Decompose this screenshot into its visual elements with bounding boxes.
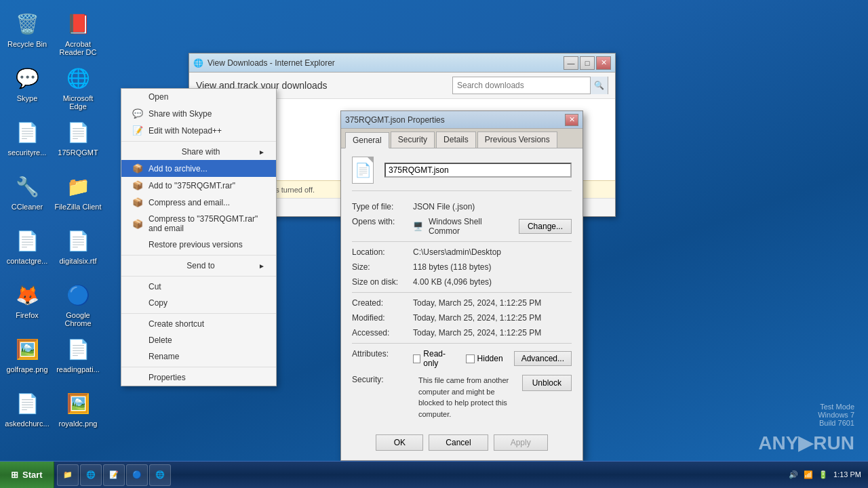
- readonly-checkbox[interactable]: [413, 354, 420, 363]
- desktop-icon-readingpati[interactable]: 📄 readingpati...: [54, 336, 102, 390]
- desktop-icon-label: Microsoft Edge: [54, 94, 102, 110]
- ie-icon: 🌐: [193, 58, 203, 68]
- taskbar-notepad[interactable]: 📝: [103, 464, 125, 486]
- desktop-icons: 🗑️ Recycle Bin 📕 Acrobat Reader DC 💬 Sky…: [0, 7, 108, 447]
- ctx-share-with[interactable]: Share with ►: [121, 144, 276, 160]
- filename-input[interactable]: [384, 163, 572, 178]
- clock-time: 1:13 PM: [833, 470, 861, 480]
- ctx-add-rar[interactable]: 📦 Add to "375RQGMT.rar": [121, 177, 276, 194]
- desktop-icon-filezilla[interactable]: 📁 FileZilla Client: [54, 173, 102, 227]
- taskbar-items: 📁 🌐 📝 🔵 🌐: [54, 462, 782, 488]
- explorer-icon: 📁: [63, 470, 73, 479]
- unblock-button[interactable]: Unblock: [522, 375, 572, 391]
- desktop-icon-security[interactable]: 📄 securityre...: [3, 119, 51, 173]
- taskbar-edge[interactable]: 🌐: [149, 464, 171, 486]
- network-icon[interactable]: 📶: [804, 470, 813, 479]
- ie-maximize-button[interactable]: □: [580, 56, 595, 70]
- json-icon: 📄: [355, 162, 372, 178]
- desktop-icon-firefox[interactable]: 🦊 Firefox: [3, 281, 51, 336]
- prop-attributes-row: Attributes: Read-only Hidden Advanced...: [352, 349, 572, 368]
- acrobat-icon: 📕: [64, 10, 92, 37]
- submenu-arrow-2: ►: [258, 262, 265, 270]
- ctx-edit-notepad[interactable]: 📝 Edit with Notepad++: [121, 122, 276, 139]
- start-button[interactable]: ⊞ Start: [0, 462, 54, 489]
- ie-titlebar: 🌐 View Downloads - Internet Explorer — □…: [189, 54, 615, 73]
- ctx-restore-prev[interactable]: Restore previous versions: [121, 237, 276, 253]
- size-label: Size:: [352, 262, 413, 272]
- search-input[interactable]: [453, 81, 590, 90]
- security-file-icon: 📄: [14, 119, 41, 146]
- desktop-icon-royaldc[interactable]: 🖼️ royaldc.png: [54, 390, 102, 444]
- png-file-icon: 🖼️: [14, 336, 41, 363]
- battery-icon[interactable]: 🔋: [818, 470, 828, 479]
- desktop-icon-label: askedchurc...: [5, 420, 49, 428]
- divider-3: [352, 343, 572, 344]
- ctx-rename[interactable]: Rename: [121, 348, 276, 365]
- cancel-button[interactable]: Cancel: [429, 434, 488, 451]
- accessed-label: Accessed:: [352, 328, 413, 338]
- desktop-icon-recycle-bin[interactable]: 🗑️ Recycle Bin: [3, 10, 51, 64]
- security-row: Security: This file came from another co…: [352, 375, 572, 420]
- type-label: Type of file:: [352, 202, 413, 211]
- ctx-divider-1: [121, 141, 276, 142]
- taskbar-ie[interactable]: 🌐: [80, 464, 102, 486]
- desktop-icon-contactgre[interactable]: 📄 contactgre...: [3, 227, 51, 281]
- ctx-delete[interactable]: Delete: [121, 332, 276, 348]
- taskbar-chrome[interactable]: 🔵: [126, 464, 148, 486]
- desktop-icon-label: digitalsix.rtf: [59, 257, 96, 265]
- ie-window-title: 🌐 View Downloads - Internet Explorer: [193, 58, 335, 68]
- notepad-icon: 📝: [132, 125, 143, 136]
- build-label: Build 7601: [818, 419, 854, 427]
- ctx-copy[interactable]: Copy: [121, 295, 276, 311]
- desktop-icon-digitalsix[interactable]: 📄 digitalsix.rtf: [54, 227, 102, 281]
- taskbar-file-explorer[interactable]: 📁: [57, 464, 79, 486]
- ctx-open[interactable]: Open: [121, 89, 276, 105]
- ctx-divider-2: [121, 255, 276, 256]
- apply-button[interactable]: Apply: [494, 434, 548, 451]
- desktop-icon-skype[interactable]: 💬 Skype: [3, 64, 51, 119]
- desktop-icon-label: CCleaner: [12, 203, 43, 211]
- prop-created-row: Created: Today, March 25, 2024, 1:12:25 …: [352, 298, 572, 308]
- desktop-icon-ccleaner[interactable]: 🔧 CCleaner: [3, 173, 51, 227]
- ctx-send-to-label: Send to: [186, 261, 214, 270]
- tab-general[interactable]: General: [345, 132, 389, 148]
- dialog-buttons: OK Cancel Apply: [341, 428, 583, 460]
- desktop-icon-askedchurc[interactable]: 📄 askedchurc...: [3, 390, 51, 444]
- anyrun-label: ANY▶RUN: [758, 432, 854, 454]
- ctx-cut[interactable]: Cut: [121, 279, 276, 295]
- ctx-create-shortcut[interactable]: Create shortcut: [121, 316, 276, 332]
- search-button[interactable]: 🔍: [590, 77, 608, 94]
- hidden-checkbox[interactable]: [466, 354, 475, 363]
- ctx-properties[interactable]: Properties: [121, 369, 276, 386]
- dialog-close-button[interactable]: ✕: [565, 114, 578, 126]
- edge-taskbar-icon: 🌐: [155, 470, 165, 479]
- ctx-add-archive[interactable]: 📦 Add to archive...: [121, 160, 276, 177]
- desktop-icon-edge[interactable]: 🌐 Microsoft Edge: [54, 64, 102, 119]
- ctx-compress-rar-email[interactable]: 📦 Compress to "375RQGMT.rar" and email: [121, 211, 276, 237]
- tab-security[interactable]: Security: [391, 131, 435, 148]
- desktop-icon-label: Skype: [17, 94, 38, 102]
- change-button[interactable]: Change...: [519, 219, 572, 234]
- ctx-restore-prev-label: Restore previous versions: [149, 240, 243, 249]
- desktop-icon-golfrape[interactable]: 🖼️ golfrape.png: [3, 336, 51, 390]
- ctx-send-to[interactable]: Send to ►: [121, 258, 276, 274]
- ok-button[interactable]: OK: [376, 434, 423, 451]
- ie-close-button[interactable]: ✕: [596, 56, 611, 70]
- prop-location-row: Location: C:\Users\admin\Desktop: [352, 247, 572, 257]
- tab-previous-versions[interactable]: Previous Versions: [477, 131, 557, 148]
- tab-details[interactable]: Details: [436, 131, 476, 148]
- asked-file-icon: 📄: [14, 390, 41, 417]
- file-header: 📄: [352, 157, 572, 191]
- ctx-compress-email[interactable]: 📦 Compress and email...: [121, 194, 276, 211]
- desktop-icon-chrome[interactable]: 🔵 Google Chrome: [54, 281, 102, 336]
- volume-icon[interactable]: 🔊: [789, 470, 798, 479]
- advanced-button[interactable]: Advanced...: [514, 351, 572, 366]
- ie-minimize-button[interactable]: —: [564, 56, 578, 70]
- location-label: Location:: [352, 247, 413, 257]
- ctx-delete-label: Delete: [149, 336, 172, 345]
- size-disk-label: Size on disk:: [352, 277, 413, 287]
- desktop-icon-acrobat[interactable]: 📕 Acrobat Reader DC: [54, 10, 102, 64]
- taskbar-right: 🔊 📶 🔋 1:13 PM: [782, 470, 868, 480]
- ctx-share-skype[interactable]: 💬 Share with Skype: [121, 105, 276, 122]
- desktop-icon-175rqgmt[interactable]: 📄 175RQGMT: [54, 119, 102, 173]
